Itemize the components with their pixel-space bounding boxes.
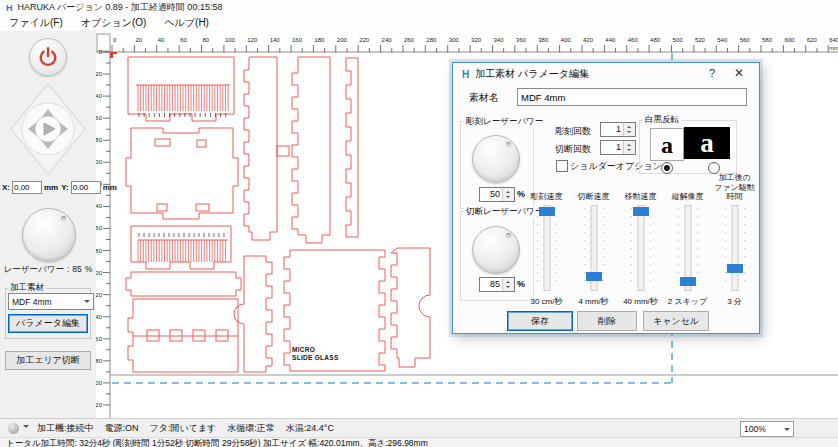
slider-handle[interactable] <box>727 264 743 273</box>
status-water-temp: 水温:24.4°C <box>286 422 334 435</box>
laser-power-knob[interactable] <box>22 208 76 262</box>
status-bar-totals: トータル加工時間: 32分4秒 (彫刻時間 1分52秒 切断時間 29分58秒)… <box>0 437 838 447</box>
laser-power-readout: レーザーパワー : 85 % <box>2 264 94 276</box>
slider-track[interactable] <box>718 205 752 291</box>
edit-params-button[interactable]: パラメータ編集 <box>8 314 88 333</box>
svg-text:320: 320 <box>471 37 482 43</box>
svg-text:300: 300 <box>449 37 460 43</box>
dialog-help-button[interactable]: ? <box>705 67 719 79</box>
material-select[interactable]: MDF 4mm <box>8 293 94 310</box>
invert-group-label: 白黒反転 <box>643 114 681 126</box>
slider-track[interactable] <box>530 205 564 291</box>
invert-off-tile[interactable]: a <box>650 128 684 161</box>
spin-down-icon[interactable] <box>624 148 635 155</box>
cut-power-knob[interactable] <box>472 226 520 274</box>
svg-text:160: 160 <box>292 37 303 43</box>
material-name-input[interactable] <box>517 88 747 106</box>
total-time-text: トータル加工時間: 32分4秒 (彫刻時間 1分52秒 切断時間 29分58秒)… <box>6 438 428 447</box>
x-input[interactable] <box>12 181 42 194</box>
slider-value: 40 mm/秒 <box>623 296 658 307</box>
svg-text:400: 400 <box>561 37 572 43</box>
menu-file[interactable]: ファイル(F) <box>0 15 72 31</box>
slider-col-4: 加工後のファン駆動時間3 分 <box>711 175 758 307</box>
slider-track[interactable] <box>671 205 705 291</box>
svg-text:140: 140 <box>96 203 103 209</box>
slider-track[interactable] <box>577 205 611 291</box>
spin-down-icon[interactable] <box>503 285 514 292</box>
left-panel: X: mm Y: mm レーザーパワー : 85 % 加工素材 MDF 4mm … <box>0 31 96 418</box>
jog-pad <box>10 83 86 175</box>
power-icon <box>37 46 59 68</box>
cut-area-button[interactable]: 加工エリア切断 <box>5 351 91 370</box>
svg-text:20: 20 <box>96 71 103 77</box>
slider-label: 彫刻速度 <box>531 175 563 201</box>
save-button[interactable]: 保存 <box>507 311 573 331</box>
svg-text:180: 180 <box>314 37 325 43</box>
spin-down-icon[interactable] <box>503 195 514 202</box>
status-dropdown-icon[interactable] <box>23 425 29 431</box>
engrave-count-spinner[interactable]: 1 <box>600 122 636 137</box>
slider-label: 加工後のファン駆動時間 <box>711 175 758 201</box>
slider-handle[interactable] <box>586 272 602 281</box>
svg-text:480: 480 <box>650 37 661 43</box>
slider-handle[interactable] <box>539 207 555 216</box>
slider-groove <box>731 205 738 291</box>
close-icon[interactable]: ✕ <box>731 66 747 80</box>
cut-count-value: 1 <box>601 141 623 154</box>
svg-text:140: 140 <box>270 37 281 43</box>
slider-handle[interactable] <box>680 277 696 286</box>
zoom-select[interactable]: 100% <box>740 421 794 437</box>
delete-button[interactable]: 削除 <box>577 311 637 331</box>
cancel-button[interactable]: キャンセル <box>643 311 709 331</box>
slider-label: 縦解像度 <box>672 175 704 201</box>
invert-on-radio[interactable] <box>708 162 720 174</box>
power-button[interactable] <box>29 38 67 76</box>
menu-help[interactable]: ヘルプ(H) <box>155 15 218 31</box>
slider-col-3: 縦解像度2 スキップ <box>664 175 711 307</box>
svg-text:420: 420 <box>583 37 594 43</box>
app-icon: H <box>6 3 13 13</box>
slider-track[interactable] <box>624 205 658 291</box>
svg-text:520: 520 <box>695 37 706 43</box>
status-power: 電源:ON <box>105 422 139 435</box>
svg-text:100: 100 <box>225 37 236 43</box>
status-led-icon <box>8 423 19 434</box>
slider-handle[interactable] <box>633 207 649 216</box>
svg-text:60: 60 <box>180 37 187 43</box>
slider-value: 30 cm/秒 <box>530 296 562 307</box>
material-name-label: 素材名 <box>469 91 499 105</box>
spin-down-icon[interactable] <box>624 130 635 137</box>
slider-value: 3 分 <box>727 296 742 307</box>
cut-power-spinner[interactable]: 85 <box>479 277 515 292</box>
svg-text:260: 260 <box>404 37 415 43</box>
svg-text:200: 200 <box>337 37 348 43</box>
window-title: HARUKA バージョン 0.89 - 加工経過時間 00:15:58 <box>18 1 223 14</box>
status-water-circulation: 水循環:正常 <box>227 422 275 435</box>
menu-options[interactable]: オプション(O) <box>72 15 156 31</box>
svg-text:200: 200 <box>96 270 103 276</box>
svg-text:40: 40 <box>96 93 103 99</box>
svg-text:80: 80 <box>96 137 103 143</box>
svg-text:580: 580 <box>762 37 773 43</box>
svg-text:100: 100 <box>96 159 103 165</box>
app-window: H HARUKA バージョン 0.89 - 加工経過時間 00:15:58 ファ… <box>0 0 838 447</box>
cut-count-spinner[interactable]: 1 <box>600 140 636 155</box>
zoom-value: 100% <box>744 424 766 434</box>
cut-count-label: 切断回数 <box>555 143 591 156</box>
status-lid: フタ:開いてます <box>150 422 217 435</box>
engrave-power-spinner[interactable]: 50 <box>479 187 515 202</box>
engrave-power-knob[interactable] <box>472 135 520 183</box>
laser-power-value: 85 <box>72 264 81 276</box>
shoulder-option-checkbox[interactable] <box>556 160 568 172</box>
engrave-count-value: 1 <box>601 123 623 136</box>
svg-text:500: 500 <box>673 37 684 43</box>
svg-text:280: 280 <box>96 358 103 364</box>
svg-text:280: 280 <box>426 37 437 43</box>
svg-text:540: 540 <box>717 37 728 43</box>
invert-off-radio[interactable] <box>661 162 673 174</box>
invert-on-tile[interactable]: a <box>684 127 730 159</box>
parameter-dialog: H 加工素材 パラメータ編集 ? ✕ 素材名 彫刻レーザーパワー 50 % 切断… <box>452 62 760 334</box>
svg-text:20: 20 <box>135 37 142 43</box>
slider-group: 彫刻速度30 cm/秒切断速度4 mm/秒移動速度40 mm/秒縦解像度2 スキ… <box>523 175 759 307</box>
y-input[interactable] <box>71 181 101 194</box>
